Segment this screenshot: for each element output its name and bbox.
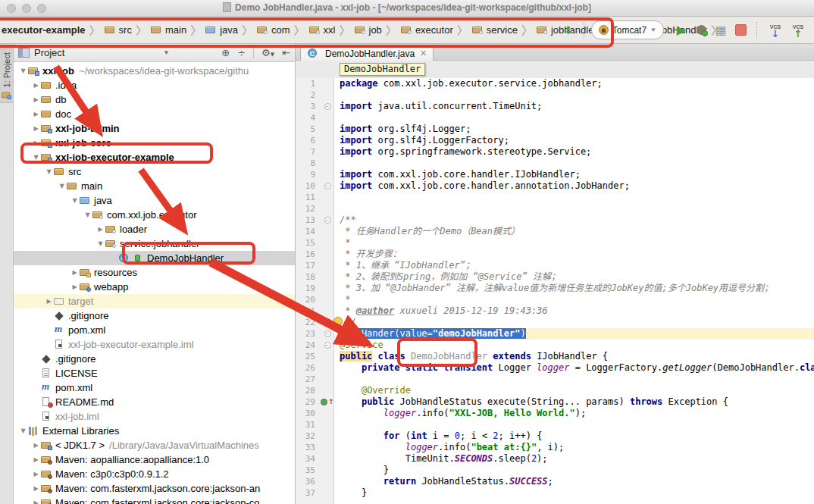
code-line[interactable]: 20 * [296, 294, 814, 305]
code-line[interactable]: 9import com.xxl.job.core.handler.IJobHan… [296, 169, 814, 180]
run-button[interactable]: ▶ [672, 21, 690, 39]
tree-item[interactable]: ▼src [14, 164, 295, 179]
expand-arrow-icon[interactable]: ▼ [70, 197, 80, 204]
breadcrumb-item[interactable]: java [205, 24, 238, 36]
tree-item[interactable]: ▼service.jobhandler [14, 236, 295, 251]
collapse-arrow-icon[interactable]: ▶ [31, 442, 41, 449]
code-line[interactable]: 24−@Service [296, 340, 814, 351]
code-line[interactable]: 30 logger.info("XXL-JOB, Hello World."); [296, 408, 814, 419]
tree-item[interactable]: DemoJobHandler [14, 251, 295, 265]
line-number[interactable]: 6 [296, 135, 318, 146]
collapse-arrow-icon[interactable]: ▶ [31, 82, 41, 89]
code-line[interactable]: 1package com.xxl.job.executor.service.jo… [296, 78, 814, 89]
tree-item[interactable]: ▼xxl-job~/workspaces/idea-git-workspace/… [14, 64, 295, 78]
line-number[interactable]: 27 [296, 374, 318, 385]
line-number[interactable]: 20 [296, 294, 318, 305]
tree-item[interactable]: ▼java [14, 193, 295, 208]
navigate-down-icon[interactable]: ⬇ [564, 24, 573, 36]
code-line[interactable]: 32 for (int i = 0; i < 2; i++) { [296, 430, 814, 442]
line-number[interactable]: 14 [296, 226, 318, 237]
tree-item[interactable]: pom.xml [14, 380, 295, 395]
tree-item[interactable]: ▶resources [14, 265, 295, 280]
collapse-arrow-icon[interactable]: ▶ [31, 499, 41, 504]
breadcrumb-item[interactable]: job [355, 24, 382, 36]
fold-marker-icon[interactable]: − [324, 183, 331, 189]
code-line[interactable]: 26 private static transient Logger logge… [296, 362, 814, 374]
tree-item[interactable]: LICENSE [14, 366, 295, 380]
code-area[interactable]: 1package com.xxl.job.executor.service.jo… [296, 78, 814, 504]
tree-item[interactable]: ▶< JDK1.7 >/Library/Java/JavaVirtualMach… [14, 438, 295, 452]
tree-item[interactable]: ▶webapp [14, 280, 295, 294]
line-number[interactable]: 23 [296, 328, 318, 340]
stop-button[interactable] [731, 21, 750, 39]
line-number[interactable]: 24 [296, 340, 318, 351]
line-number[interactable]: 25 [296, 351, 318, 362]
breadcrumb-item[interactable]: executor-example [2, 24, 86, 36]
tree-item[interactable]: ▼main [14, 179, 295, 193]
line-number[interactable]: 12 [296, 203, 318, 214]
code-line[interactable]: 7import org.springframework.stereotype.S… [296, 146, 814, 158]
line-number[interactable]: 15 [296, 237, 318, 249]
code-line[interactable]: 10−import com.xxl.job.core.handler.annot… [296, 180, 814, 192]
line-number[interactable]: 19 [296, 283, 318, 294]
gear-icon[interactable]: ⚙▼ [261, 47, 274, 58]
override-method-icon[interactable] [321, 399, 327, 405]
debug-button[interactable] [692, 21, 710, 39]
tree-item[interactable]: ▼com.xxl.job.executor [14, 208, 295, 222]
collapse-arrow-icon[interactable]: ▶ [31, 485, 41, 492]
breadcrumb-item[interactable]: service [472, 24, 518, 36]
code-line[interactable]: 15 * [296, 237, 814, 249]
code-line[interactable]: 21 * @author xuxueli 2015-12-19 19:43:36 [296, 305, 814, 317]
collapse-arrow-icon[interactable]: ▶ [70, 283, 80, 290]
code-line[interactable]: 6import org.slf4j.LoggerFactory; [296, 135, 814, 146]
breadcrumb-item[interactable]: com [257, 24, 290, 36]
code-line[interactable]: 18 * 2、装配到Spring，例如加 “@Service” 注解； [296, 271, 814, 283]
editor-tab[interactable]: DemoJobHandler.java ✕ [300, 45, 434, 61]
chevron-down-icon[interactable]: ▼ [163, 49, 169, 56]
breadcrumb-item[interactable]: executor [401, 24, 453, 36]
tree-item[interactable]: ▶xxl-job-core [14, 136, 295, 150]
tree-item[interactable]: ▶Maven: aopalliance:aopalliance:1.0 [14, 452, 295, 467]
fold-marker-icon[interactable]: − [324, 217, 331, 224]
expand-arrow-icon[interactable]: ▼ [95, 240, 105, 247]
collapse-arrow-icon[interactable]: ▶ [31, 471, 41, 477]
line-number[interactable]: 35 [296, 465, 318, 476]
breadcrumb-item[interactable]: main [151, 24, 186, 36]
code-line[interactable]: 37 } [296, 487, 814, 499]
vcs-commit-button[interactable]: VCS ↑ [788, 23, 808, 37]
tree-item[interactable]: ▶.idea [14, 78, 295, 92]
code-line[interactable]: 33 logger.info("beat at:{}", i); [296, 442, 814, 453]
code-line[interactable]: 28 @Override [296, 385, 814, 396]
collapse-arrow-icon[interactable]: ▶ [31, 456, 41, 463]
code-line[interactable]: 25public class DemoJobHandler extends IJ… [296, 351, 814, 362]
collapse-arrow-icon[interactable]: ▶ [31, 139, 41, 146]
line-number[interactable]: 1 [296, 78, 318, 89]
fold-marker-icon[interactable]: − [324, 330, 331, 337]
line-number[interactable]: 3 [296, 101, 318, 112]
expand-arrow-icon[interactable]: ▼ [57, 183, 67, 189]
line-number[interactable]: 5 [296, 124, 318, 135]
line-number[interactable]: 33 [296, 442, 318, 453]
collapse-all-icon[interactable]: ÷ [237, 47, 246, 58]
line-number[interactable]: 8 [296, 158, 318, 169]
code-line[interactable]: 11 [296, 192, 814, 203]
tree-item[interactable]: ▶db [14, 92, 295, 107]
expand-arrow-icon[interactable]: ▼ [31, 154, 41, 161]
expand-arrow-icon[interactable]: ▼ [18, 67, 28, 74]
line-number[interactable]: 32 [296, 430, 318, 442]
close-tab-icon[interactable]: ✕ [420, 49, 427, 58]
collapse-arrow-icon[interactable]: ▶ [95, 226, 105, 233]
line-number[interactable]: 26 [296, 362, 318, 374]
line-number[interactable]: 37 [296, 487, 318, 499]
collapse-arrow-icon[interactable]: ▶ [31, 125, 41, 132]
coverage-button[interactable]: ▦ [712, 21, 730, 39]
tree-item[interactable]: xxl-job.iml [14, 409, 295, 424]
collapse-arrow-icon[interactable]: ▶ [70, 269, 80, 276]
code-line[interactable]: 19 * 3、加 “@JobHander” 注解，注解value值为新增任务生成… [296, 283, 814, 294]
code-line[interactable]: 2 [296, 89, 814, 101]
line-number[interactable]: 31 [296, 419, 318, 430]
code-line[interactable]: 36 return JobHandleStatus.SUCCESS; [296, 476, 814, 487]
breadcrumb-item[interactable]: xxl [309, 24, 336, 36]
line-number[interactable]: 16 [296, 249, 318, 260]
collapse-arrow-icon[interactable]: ▶ [44, 298, 54, 305]
